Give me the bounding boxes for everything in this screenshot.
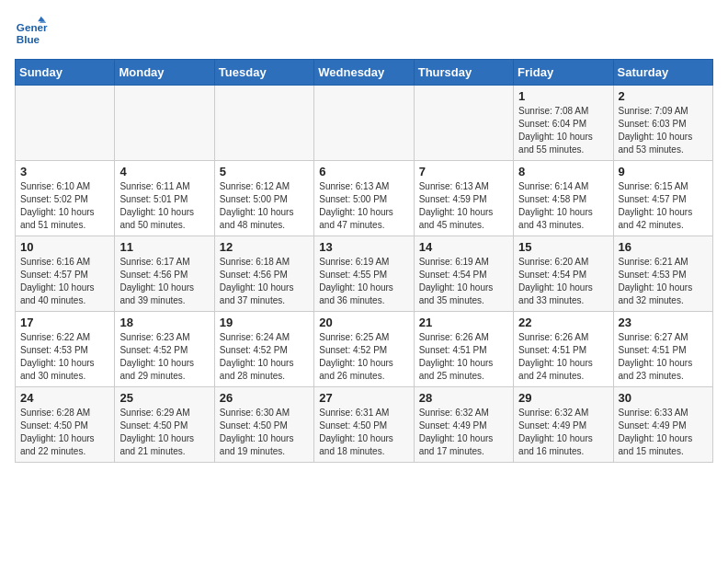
calendar-cell-w1-d6: 9Sunrise: 6:15 AM Sunset: 4:57 PM Daylig… [613,161,712,236]
calendar-cell-w4-d4: 28Sunrise: 6:32 AM Sunset: 4:49 PM Dayli… [414,387,513,463]
calendar-cell-w2-d6: 16Sunrise: 6:21 AM Sunset: 4:53 PM Dayli… [613,236,712,312]
day-number: 19 [220,316,309,329]
day-number: 30 [619,391,708,405]
calendar-cell-w0-d0 [16,86,115,161]
day-number: 7 [419,165,508,178]
weekday-thursday: Thursday [414,60,513,86]
day-number: 13 [319,240,408,254]
weekday-monday: Monday [115,60,214,86]
calendar-cell-w1-d4: 7Sunrise: 6:13 AM Sunset: 4:59 PM Daylig… [414,161,513,236]
calendar-cell-w2-d4: 14Sunrise: 6:19 AM Sunset: 4:54 PM Dayli… [414,236,513,312]
day-number: 29 [518,391,608,405]
calendar-cell-w2-d0: 10Sunrise: 6:16 AM Sunset: 4:57 PM Dayli… [16,236,115,312]
day-number: 28 [419,391,508,405]
day-number: 3 [20,165,109,178]
calendar-cell-w3-d0: 17Sunrise: 6:22 AM Sunset: 4:53 PM Dayli… [16,312,115,387]
day-content: Sunrise: 6:18 AM Sunset: 4:56 PM Dayligh… [220,256,309,307]
weekday-tuesday: Tuesday [214,60,313,86]
day-content: Sunrise: 6:26 AM Sunset: 4:51 PM Dayligh… [518,331,608,383]
day-number: 24 [20,391,109,405]
day-number: 11 [119,240,209,254]
weekday-sunday: Sunday [16,60,115,86]
day-content: Sunrise: 6:16 AM Sunset: 4:57 PM Dayligh… [20,256,109,307]
day-content: Sunrise: 6:24 AM Sunset: 4:52 PM Dayligh… [220,331,309,383]
calendar-cell-w4-d0: 24Sunrise: 6:28 AM Sunset: 4:50 PM Dayli… [16,387,115,463]
day-content: Sunrise: 6:14 AM Sunset: 4:58 PM Dayligh… [518,180,608,232]
weekday-friday: Friday [514,60,613,86]
day-content: Sunrise: 6:23 AM Sunset: 4:52 PM Dayligh… [119,331,209,383]
day-content: Sunrise: 6:26 AM Sunset: 4:51 PM Dayligh… [419,331,508,383]
weekday-wednesday: Wednesday [314,60,414,86]
calendar-cell-w1-d1: 4Sunrise: 6:11 AM Sunset: 5:01 PM Daylig… [115,161,214,236]
day-content: Sunrise: 6:12 AM Sunset: 5:00 PM Dayligh… [220,180,309,232]
day-number: 2 [619,89,708,103]
calendar-cell-w0-d4 [414,86,513,161]
day-content: Sunrise: 6:17 AM Sunset: 4:56 PM Dayligh… [119,256,209,307]
day-number: 10 [20,240,109,254]
day-content: Sunrise: 6:10 AM Sunset: 5:02 PM Dayligh… [20,180,109,232]
day-content: Sunrise: 6:19 AM Sunset: 4:54 PM Dayligh… [419,256,508,307]
calendar-cell-w1-d0: 3Sunrise: 6:10 AM Sunset: 5:02 PM Daylig… [16,161,115,236]
day-number: 25 [119,391,209,405]
calendar-cell-w1-d2: 5Sunrise: 6:12 AM Sunset: 5:00 PM Daylig… [214,161,313,236]
calendar-cell-w4-d6: 30Sunrise: 6:33 AM Sunset: 4:49 PM Dayli… [613,387,712,463]
calendar-cell-w2-d5: 15Sunrise: 6:20 AM Sunset: 4:54 PM Dayli… [514,236,613,312]
calendar-cell-w3-d3: 20Sunrise: 6:25 AM Sunset: 4:52 PM Dayli… [314,312,414,387]
day-number: 6 [319,165,408,178]
logo: General Blue [15,15,51,48]
calendar-cell-w0-d6: 2Sunrise: 7:09 AM Sunset: 6:03 PM Daylig… [613,86,712,161]
day-number: 16 [619,240,708,254]
day-content: Sunrise: 6:20 AM Sunset: 4:54 PM Dayligh… [518,256,608,307]
day-number: 15 [518,240,608,254]
weekday-saturday: Saturday [613,60,712,86]
day-content: Sunrise: 6:28 AM Sunset: 4:50 PM Dayligh… [20,407,109,458]
svg-text:Blue: Blue [17,33,40,45]
day-content: Sunrise: 6:30 AM Sunset: 4:50 PM Dayligh… [220,407,309,458]
day-content: Sunrise: 6:19 AM Sunset: 4:55 PM Dayligh… [319,256,408,307]
day-number: 22 [518,316,608,329]
calendar-table: SundayMondayTuesdayWednesdayThursdayFrid… [15,59,713,463]
day-content: Sunrise: 6:15 AM Sunset: 4:57 PM Dayligh… [619,180,708,232]
calendar-cell-w2-d2: 12Sunrise: 6:18 AM Sunset: 4:56 PM Dayli… [214,236,313,312]
day-content: Sunrise: 7:08 AM Sunset: 6:04 PM Dayligh… [518,105,608,156]
calendar-cell-w4-d2: 26Sunrise: 6:30 AM Sunset: 4:50 PM Dayli… [214,387,313,463]
calendar-cell-w3-d6: 23Sunrise: 6:27 AM Sunset: 4:51 PM Dayli… [613,312,712,387]
calendar-cell-w0-d2 [214,86,313,161]
day-content: Sunrise: 7:09 AM Sunset: 6:03 PM Dayligh… [619,105,708,156]
day-number: 20 [319,316,408,329]
calendar-cell-w4-d1: 25Sunrise: 6:29 AM Sunset: 4:50 PM Dayli… [115,387,214,463]
day-number: 26 [220,391,309,405]
day-number: 17 [20,316,109,329]
day-number: 1 [518,89,608,103]
day-content: Sunrise: 6:13 AM Sunset: 5:00 PM Dayligh… [319,180,408,232]
day-content: Sunrise: 6:25 AM Sunset: 4:52 PM Dayligh… [319,331,408,383]
day-number: 27 [319,391,408,405]
day-content: Sunrise: 6:22 AM Sunset: 4:53 PM Dayligh… [20,331,109,383]
day-number: 5 [220,165,309,178]
day-content: Sunrise: 6:32 AM Sunset: 4:49 PM Dayligh… [518,407,608,458]
calendar-cell-w3-d1: 18Sunrise: 6:23 AM Sunset: 4:52 PM Dayli… [115,312,214,387]
calendar-cell-w1-d5: 8Sunrise: 6:14 AM Sunset: 4:58 PM Daylig… [514,161,613,236]
calendar-cell-w3-d4: 21Sunrise: 6:26 AM Sunset: 4:51 PM Dayli… [414,312,513,387]
calendar-cell-w0-d1 [115,86,214,161]
day-content: Sunrise: 6:33 AM Sunset: 4:49 PM Dayligh… [619,407,708,458]
logo-icon: General Blue [15,15,48,48]
calendar-cell-w3-d5: 22Sunrise: 6:26 AM Sunset: 4:51 PM Dayli… [514,312,613,387]
calendar-cell-w3-d2: 19Sunrise: 6:24 AM Sunset: 4:52 PM Dayli… [214,312,313,387]
calendar-cell-w2-d1: 11Sunrise: 6:17 AM Sunset: 4:56 PM Dayli… [115,236,214,312]
day-number: 4 [119,165,209,178]
day-number: 23 [619,316,708,329]
day-content: Sunrise: 6:29 AM Sunset: 4:50 PM Dayligh… [119,407,209,458]
calendar-cell-w2-d3: 13Sunrise: 6:19 AM Sunset: 4:55 PM Dayli… [314,236,414,312]
calendar-cell-w1-d3: 6Sunrise: 6:13 AM Sunset: 5:00 PM Daylig… [314,161,414,236]
day-number: 14 [419,240,508,254]
day-content: Sunrise: 6:13 AM Sunset: 4:59 PM Dayligh… [419,180,508,232]
day-content: Sunrise: 6:11 AM Sunset: 5:01 PM Dayligh… [119,180,209,232]
day-number: 21 [419,316,508,329]
day-number: 18 [119,316,209,329]
day-number: 8 [518,165,608,178]
day-content: Sunrise: 6:31 AM Sunset: 4:50 PM Dayligh… [319,407,408,458]
calendar-cell-w0-d5: 1Sunrise: 7:08 AM Sunset: 6:04 PM Daylig… [514,86,613,161]
day-number: 9 [619,165,708,178]
day-number: 12 [220,240,309,254]
